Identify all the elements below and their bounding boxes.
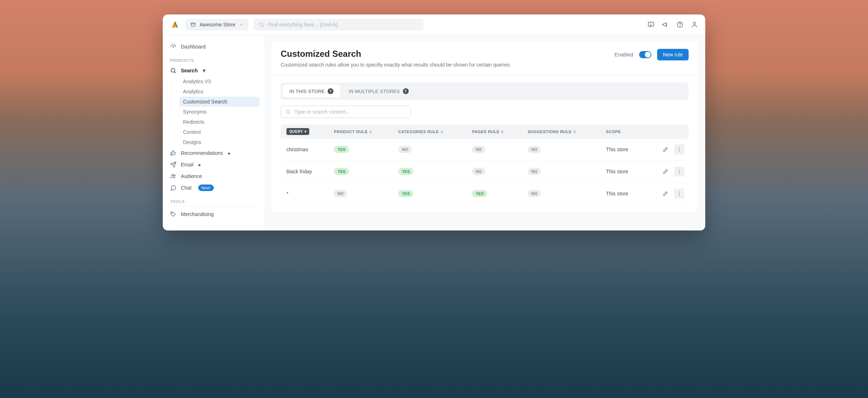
svg-point-0 <box>260 23 263 26</box>
global-search-input[interactable] <box>268 22 418 27</box>
sidebar-sub-customized-search[interactable]: Customized Search <box>179 97 260 107</box>
cell-categories: YES <box>394 161 468 183</box>
user-icon[interactable] <box>691 21 698 28</box>
svg-point-14 <box>679 151 680 152</box>
content-search[interactable] <box>281 106 411 118</box>
no-pill: NO <box>472 146 485 153</box>
yes-pill: YES <box>398 190 413 197</box>
sidebar-item-dashboard[interactable]: Dashboard <box>167 41 260 52</box>
more-icon[interactable] <box>674 189 684 199</box>
enabled-label: Enabled <box>614 52 633 58</box>
sidebar-item-search[interactable]: Search ▾ <box>167 65 260 76</box>
help-icon[interactable] <box>676 21 684 28</box>
app-logo <box>170 20 180 30</box>
sidebar-item-audience[interactable]: Audience <box>167 170 260 182</box>
svg-point-18 <box>679 191 680 192</box>
body: Dashboard PRODUCTS Search ▾ Analytics V3… <box>163 35 705 230</box>
no-pill: NO <box>528 146 541 153</box>
sidebar-item-recommendations[interactable]: Recommendations ▸ <box>167 147 260 159</box>
sidebar-label: Search <box>181 68 198 73</box>
cell-scope: This store <box>602 161 644 183</box>
no-pill: NO <box>528 168 541 175</box>
svg-point-11 <box>286 110 290 113</box>
caret-right-icon: ▸ <box>228 150 231 156</box>
cell-product: YES <box>329 139 394 161</box>
more-icon[interactable] <box>674 166 684 177</box>
more-icon[interactable] <box>674 144 684 154</box>
sidebar: Dashboard PRODUCTS Search ▾ Analytics V3… <box>163 35 264 230</box>
sidebar-sub-redirects[interactable]: Redirects <box>179 117 260 127</box>
people-icon <box>170 173 176 179</box>
content-search-input[interactable] <box>294 109 406 115</box>
sidebar-section-products: PRODUCTS <box>167 52 260 65</box>
svg-point-5 <box>693 22 696 25</box>
no-pill: NO <box>528 190 541 197</box>
cell-categories: NO <box>394 139 468 161</box>
caret-down-icon: ▾ <box>203 68 205 73</box>
sidebar-sub-content[interactable]: Content <box>179 127 260 137</box>
no-pill: NO <box>334 190 347 197</box>
sidebar-search-submenu: Analytics V3 Analytics Customized Search… <box>167 76 260 147</box>
search-icon <box>170 67 176 74</box>
send-icon <box>170 161 176 168</box>
help-icon[interactable]: ? <box>403 88 409 94</box>
sidebar-item-merchandising[interactable]: Merchandising <box>167 208 260 220</box>
sidebar-label: Chat <box>181 185 192 191</box>
yes-pill: YES <box>334 168 349 175</box>
sidebar-sub-synonyms[interactable]: Synonyms <box>179 107 260 117</box>
cell-actions <box>644 139 689 161</box>
app-window: Awesome Store <box>163 14 705 230</box>
search-icon <box>285 109 291 115</box>
panel-customized-search: Customized Search Customized search rule… <box>271 41 698 213</box>
table-row: black fridayYESYESNONOThis store <box>281 161 689 183</box>
sidebar-label: Recommendations <box>181 150 223 156</box>
tab-this-store[interactable]: IN THIS STORE ? <box>283 85 340 98</box>
col-pages-rule[interactable]: PAGES RULE⇅ <box>468 124 523 139</box>
col-query[interactable]: QUERY▾ <box>281 124 329 139</box>
yes-pill: YES <box>334 146 349 153</box>
edit-icon[interactable] <box>660 189 671 199</box>
cell-actions <box>644 183 689 205</box>
edit-icon[interactable] <box>660 144 671 154</box>
scope-tabs: IN THIS STORE ? IN MULTIPLE STORES ? <box>281 82 689 100</box>
tab-label: IN THIS STORE <box>289 89 325 94</box>
svg-point-20 <box>679 195 680 196</box>
svg-point-17 <box>679 173 680 174</box>
sidebar-item-chat[interactable]: Chat New! <box>167 182 260 194</box>
gauge-icon <box>170 43 176 50</box>
new-rule-button[interactable]: New rule <box>657 49 689 60</box>
sidebar-sub-analytics-v3[interactable]: Analytics V3 <box>179 76 260 86</box>
enabled-toggle[interactable] <box>639 51 651 58</box>
sidebar-label: Merchandising <box>181 211 214 217</box>
svg-point-12 <box>679 147 680 148</box>
svg-point-10 <box>172 213 173 213</box>
edit-icon[interactable] <box>660 166 671 177</box>
sidebar-label: Audience <box>181 173 202 179</box>
svg-point-2 <box>651 25 651 25</box>
col-categories-rule[interactable]: CATEGORIES RULE⇅ <box>394 124 468 139</box>
feedback-icon[interactable] <box>647 21 655 28</box>
col-product-rule[interactable]: PRODUCT RULE⇅ <box>329 124 394 139</box>
sidebar-sub-analytics[interactable]: Analytics <box>179 86 260 97</box>
chevron-down-icon <box>239 22 243 27</box>
cell-suggestions: NO <box>523 183 602 205</box>
tab-multiple-stores[interactable]: IN MULTIPLE STORES ? <box>342 85 415 98</box>
help-icon[interactable]: ? <box>328 88 333 94</box>
cell-query: christmas <box>281 139 329 161</box>
announcement-icon[interactable] <box>662 21 669 28</box>
topbar: Awesome Store <box>163 14 705 35</box>
col-suggestions-rule[interactable]: SUGGESTIONS RULE⇅ <box>523 124 602 139</box>
sidebar-item-email[interactable]: Email ▸ <box>167 159 260 170</box>
topbar-actions <box>647 21 698 28</box>
svg-point-15 <box>679 169 680 170</box>
cell-suggestions: NO <box>523 161 602 183</box>
tab-label: IN MULTIPLE STORES <box>349 89 400 94</box>
table-row: *NOYESYESNOThis store <box>281 183 689 205</box>
svg-point-7 <box>171 68 175 72</box>
store-selector[interactable]: Awesome Store <box>185 19 248 30</box>
cell-pages: NO <box>468 139 523 161</box>
cell-suggestions: NO <box>523 139 602 161</box>
global-search[interactable] <box>254 19 424 30</box>
cell-scope: This store <box>602 139 644 161</box>
sidebar-sub-designs[interactable]: Designs <box>179 137 260 147</box>
